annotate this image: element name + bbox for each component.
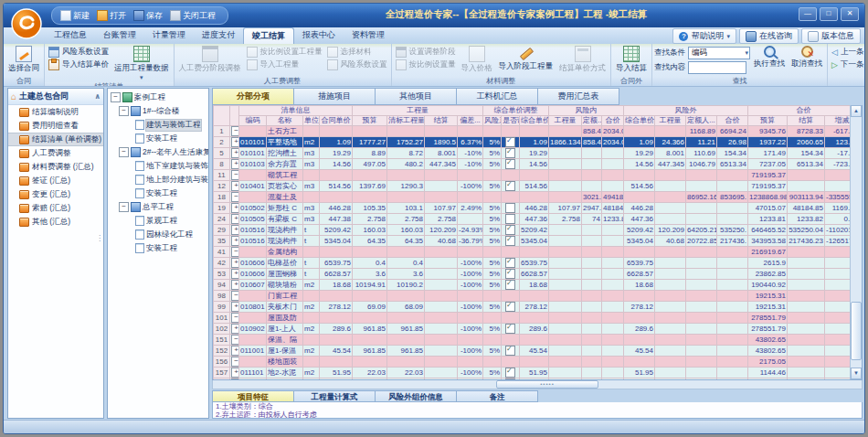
expand-icon[interactable]: − — [231, 357, 239, 367]
cell-tin[interactable]: 49418. — [602, 192, 624, 203]
cell-qb[interactable]: 961.85 — [353, 324, 387, 335]
cell-name[interactable]: 保温、隔 — [267, 335, 303, 346]
expand-cell[interactable]: + — [230, 280, 239, 291]
cell-cp[interactable] — [320, 192, 353, 203]
cell-code[interactable] — [239, 313, 267, 324]
cell-sb[interactable]: 9345.76 — [748, 126, 788, 137]
cell-pin[interactable]: 45.54 — [520, 346, 549, 357]
cell-qbid[interactable]: 64.35 — [387, 236, 425, 247]
cell-risk[interactable] — [483, 170, 502, 181]
cell-tin[interactable]: 48184. — [602, 203, 624, 214]
cell-sf[interactable] — [788, 258, 825, 269]
cell-din[interactable] — [582, 258, 602, 269]
column-header-3[interactable]: 合同单价 — [320, 116, 353, 126]
cell-tout[interactable] — [717, 258, 748, 269]
cell-qin[interactable] — [549, 258, 582, 269]
cell-dev[interactable] — [458, 313, 483, 324]
grid-row-group[interactable]: 1−土石方工858.422034.01168.896694.249345.768… — [214, 126, 851, 137]
cell-risk[interactable]: 5% — [483, 148, 502, 159]
cell-pout[interactable]: 5209.42 — [624, 225, 655, 236]
cell-unit[interactable]: t — [303, 258, 320, 269]
cell-dout[interactable] — [686, 280, 717, 291]
cell-name[interactable]: 余方弃置 — [267, 159, 303, 170]
cell-risk[interactable] — [483, 357, 502, 368]
cell-qout[interactable]: 40.68 — [655, 236, 686, 247]
expand-cell[interactable]: − — [230, 357, 239, 368]
cell-adjust[interactable] — [502, 269, 520, 280]
import-stage-qty-button[interactable]: 导入阶段工程量 — [496, 45, 556, 77]
expand-icon[interactable]: − — [231, 291, 239, 301]
cell-tin[interactable] — [602, 346, 624, 357]
cell-pout[interactable]: 6628.57 — [624, 269, 655, 280]
cell-sf[interactable] — [788, 368, 825, 378]
cell-adjust[interactable] — [502, 335, 520, 346]
adjust-checkbox[interactable] — [505, 368, 515, 378]
cell-unit[interactable]: t — [303, 236, 320, 247]
cell-pout[interactable]: 447.36 — [624, 214, 655, 225]
cell-dout[interactable] — [686, 313, 717, 324]
cell-code[interactable]: 010401 — [239, 181, 267, 192]
cell-qf[interactable]: 40.68 — [425, 236, 458, 247]
cell-qf[interactable]: 1890.5 — [425, 137, 458, 148]
tree-leaf-2-2[interactable]: 安装工程 — [108, 241, 208, 255]
cell-tin[interactable]: 2034.0 — [602, 137, 624, 148]
cell-tout[interactable]: 853695. — [717, 192, 748, 203]
cell-dev[interactable]: -100% — [458, 346, 483, 357]
cell-pin[interactable] — [520, 357, 549, 368]
cell-pout[interactable]: 433.02 — [624, 378, 655, 380]
cell-pout[interactable] — [624, 357, 655, 368]
cell-cp[interactable]: 446.28 — [320, 203, 353, 214]
cell-pin[interactable]: 6539.75 — [520, 258, 549, 269]
cell-qout[interactable] — [655, 302, 686, 313]
cell-sb[interactable]: 1144.46 — [748, 368, 788, 378]
cell-sd[interactable]: -335555.04 — [825, 192, 851, 203]
cell-qb[interactable]: 3.6 — [353, 269, 387, 280]
cell-name[interactable]: 屋1-上人 — [267, 324, 303, 335]
cell-qin[interactable] — [549, 269, 582, 280]
cell-pin[interactable]: 446.28 — [520, 203, 549, 214]
grid-row-group[interactable]: 98−门窗工程19215.31 — [214, 291, 851, 302]
find-content-input[interactable] — [688, 61, 746, 74]
cell-sf[interactable] — [788, 313, 825, 324]
tree-leaf-1-2[interactable]: 安装工程 — [108, 187, 208, 200]
sidebar-item-4[interactable]: 材料费调整 (汇总) — [8, 160, 103, 174]
cell-cp[interactable]: 433.02 — [320, 378, 353, 380]
cell-qb[interactable] — [353, 357, 387, 368]
grid-row-group[interactable]: 156−楼地面装2175.05 — [214, 357, 851, 368]
cell-adjust[interactable] — [502, 126, 520, 137]
cell-dev[interactable]: -36.79% — [458, 236, 483, 247]
cell-qbid[interactable] — [387, 357, 425, 368]
cell-risk[interactable]: 5% — [483, 159, 502, 170]
cell-din[interactable] — [582, 170, 602, 181]
cell-qbid[interactable]: 1752.27 — [387, 137, 425, 148]
cell-sd[interactable] — [825, 291, 851, 302]
cell-sb[interactable]: 2615.9 — [748, 258, 788, 269]
expand-icon[interactable]: − — [231, 192, 239, 202]
cell-dev[interactable] — [458, 192, 483, 203]
cell-qout[interactable] — [655, 258, 686, 269]
cell-code[interactable]: 010606 — [239, 269, 267, 280]
cell-unit[interactable]: m3 — [303, 148, 320, 159]
cell-unit[interactable]: t — [303, 269, 320, 280]
cell-unit[interactable]: m2 — [303, 324, 320, 335]
scrollbar-thumb[interactable] — [851, 302, 862, 360]
expand-cell[interactable]: − — [230, 170, 239, 181]
cell-unit[interactable] — [303, 170, 320, 181]
cell-risk[interactable] — [483, 192, 502, 203]
tree-leaf-2-1[interactable]: 园林绿化工程 — [108, 228, 208, 241]
cell-code[interactable]: 010101 — [239, 148, 267, 159]
cell-qin[interactable] — [549, 148, 582, 159]
expand-cell[interactable]: − — [230, 335, 239, 346]
do-find-button[interactable]: 执行查找 — [751, 45, 788, 77]
cell-qout[interactable] — [655, 335, 686, 346]
adjust-checkbox[interactable] — [505, 324, 515, 334]
cell-adjust[interactable] — [502, 357, 520, 368]
cell-tout[interactable] — [717, 357, 748, 368]
column-header-19[interactable]: 结算 — [788, 116, 825, 126]
cell-qb[interactable] — [353, 247, 387, 258]
cell-sd[interactable]: -723.71 — [825, 159, 851, 170]
cell-qout[interactable] — [655, 247, 686, 258]
cell-sd[interactable] — [825, 335, 851, 346]
cell-adjust[interactable] — [502, 170, 520, 181]
horizontal-scrollbar[interactable]: ••••• — [212, 380, 863, 389]
